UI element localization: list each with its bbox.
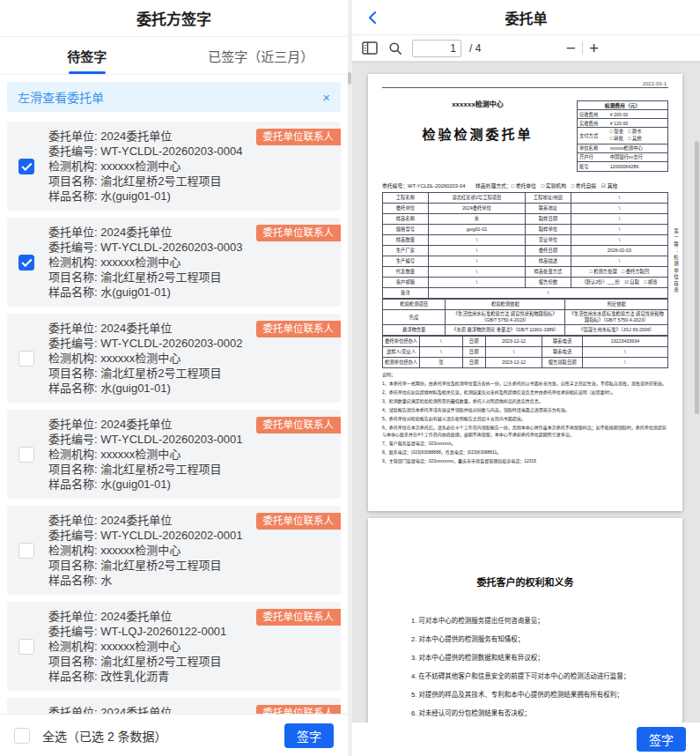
row-checkbox[interactable] <box>18 543 34 559</box>
pdf-page2-content: 委托客户的权利和义务 1. 可对本中心的检测服务提出任何咨询意见； 2. 对本中… <box>368 518 682 723</box>
card-line-org: 检测机构: xxxxxx检测中心 <box>48 351 330 366</box>
fee-box: 检测费用（元） 应收费用¥ 200.00 实收费用¥ 120.00 支付方式 □… <box>577 100 668 172</box>
field-label: 检测机构: <box>48 640 100 653</box>
search-icon[interactable] <box>387 40 404 57</box>
rights-body: 1. 可对本中心的检测服务提出任何咨询意见； 2. 对本中心提供的检测服务有知情… <box>398 611 652 723</box>
items-header-row: 检验检测项目检验检测依据判定依据 <box>383 300 668 310</box>
right-footer-bar: 签字 <box>352 723 700 756</box>
field-label: 项目名称: <box>48 559 100 572</box>
fee-pay-line: □ 现金 □ 刷卡 <box>610 129 642 134</box>
cell: 《混凝土用水标准》（JGJ 63-2006） <box>565 325 668 336</box>
field-label: 委托单位: <box>48 706 100 714</box>
order-list[interactable]: 委托单位联系人 委托单位: 2024委托单位 委托编号: WT-YCLDL-20… <box>0 112 348 714</box>
field-label: 检测机构: <box>48 159 100 173</box>
field-label: 样品名称: <box>48 574 100 587</box>
sidebar-toggle-icon[interactable] <box>361 40 379 57</box>
pdf-signature-table: 委托单位经办人\日期2023-12-12联系电话13223433934 送样人/… <box>382 336 668 368</box>
row-checkbox[interactable] <box>18 639 34 655</box>
sign-button[interactable]: 签字 <box>637 727 686 752</box>
sign-button[interactable]: 签字 <box>284 723 334 748</box>
cell: 2026-02-03 <box>571 246 667 256</box>
swipe-hint-text: 左滑查看委托单 <box>18 88 104 106</box>
rights-item: 2. 对本中心提供的检测服务有知情权； <box>398 630 652 649</box>
cell: \ <box>571 256 667 267</box>
rights-item: 3. 对本中心提供的检测数据和结果有异议权； <box>398 649 652 667</box>
field-label: 委托单位: <box>48 130 100 143</box>
cell: 渝北红星桥2号工程项目 <box>428 193 525 204</box>
pdf-viewer[interactable]: 2022-03-1 xxxxxx检测中心 检验检测委托单 检测费用（元） 应收费… <box>352 62 700 756</box>
pdf-page1-content: 2022-03-1 xxxxxx检测中心 检验检测委托单 检测费用（元） 应收费… <box>368 74 682 464</box>
cell: \ <box>428 246 525 256</box>
cell: 张 <box>420 358 463 368</box>
pdf-title: 委托单 <box>505 7 547 28</box>
cell: 见证单位 <box>525 235 571 246</box>
cell: guig01-01 <box>428 225 525 235</box>
cell: \ <box>428 278 525 288</box>
left-header: 委托方签字 <box>0 0 348 37</box>
fee-value: ¥ 200.00 <box>608 112 667 117</box>
fee-value: 中国银行xx支行 <box>608 153 667 160</box>
field-label: 委托编号: <box>48 433 100 446</box>
field-value: 水(guig01-01) <box>100 382 171 395</box>
order-card[interactable]: 委托单位联系人 委托单位: 2024委托单位 委托编号: WT-YCLDL-20… <box>7 122 341 211</box>
tab-signed[interactable]: 已签字（近三月） <box>174 37 349 74</box>
row-checkbox[interactable] <box>18 351 34 367</box>
row-checkbox[interactable] <box>18 447 34 463</box>
pdf-page-2: 委托客户的权利和义务 1. 可对本中心的检测服务提出任何咨询意见； 2. 对本中… <box>368 518 682 756</box>
cell: 样品数量 <box>383 235 429 246</box>
fee-value: ¥ 120.00 <box>608 121 667 126</box>
order-card[interactable]: 委托单位联系人 委托单位: 2024委托单位 委托编号: WT-YCLDL-20… <box>7 314 341 403</box>
tab-active-underline <box>69 71 106 74</box>
close-icon[interactable]: × <box>322 91 330 104</box>
fee-label: 账号 <box>578 163 608 170</box>
field-label: 项目名称: <box>48 463 100 476</box>
page-number-input[interactable] <box>412 40 461 57</box>
field-label: 项目名称: <box>48 367 100 380</box>
note-line: 2、委托单位应如实提供材料及相关信息，检测结果仅对来样及所提供信息负责并由委托单… <box>382 389 668 397</box>
field-value: 渝北红星桥2号工程项目 <box>100 174 221 188</box>
cell: \ <box>571 225 667 235</box>
cell: 悬浮物含量 <box>383 325 446 336</box>
field-label: 委托单位: <box>48 418 100 431</box>
sig-row: 委托单位经办人\日期2023-12-12联系电话13223433934 <box>383 337 668 347</box>
field-label: 委托编号: <box>48 241 100 254</box>
cell: 生产编号 <box>383 256 429 267</box>
field-value: WT-YCLDL-20260203-0004 <box>100 145 242 158</box>
sig-row: 检测单位经办人张日期2023-12-12报告领取日期\ <box>383 358 668 368</box>
card-line-sample: 样品名称: 水 <box>48 573 330 588</box>
left-scrollbar-thumb[interactable] <box>348 72 351 85</box>
select-all-checkbox[interactable] <box>14 728 30 744</box>
row-checkbox[interactable] <box>18 255 34 271</box>
cell: 2023-12-12 <box>485 358 542 368</box>
field-value: 2024委托单位 <box>100 322 172 335</box>
zoom-out-button[interactable]: − <box>566 40 576 56</box>
field-value: 水 <box>100 574 112 587</box>
rights-item: 1. 可对本中心的检测服务提出任何咨询意见； <box>398 611 652 630</box>
cell: 联系电话 <box>542 347 582 358</box>
field-value: 渝北红星桥2号工程项目 <box>100 463 221 476</box>
pdf-scrollbar-thumb[interactable] <box>695 141 699 414</box>
zoom-in-button[interactable]: + <box>589 40 599 56</box>
cell: \ <box>420 347 463 358</box>
order-card[interactable]: 委托单位联系人 委托单位: 2024委托单位 委托编号: WT-YCLDL-20… <box>7 410 341 499</box>
field-label: 委托编号: <box>48 145 100 158</box>
cell: 样品处置方式 <box>525 267 571 278</box>
field-value: 2024委托单位 <box>100 130 172 143</box>
swipe-hint-banner: 左滑查看委托单 × <box>7 82 341 112</box>
order-card[interactable]: 委托单位联系人 委托单位: 2024委托单位 委托编号: WT-YCLDL-20… <box>7 698 341 714</box>
order-card[interactable]: 委托单位联系人 委托单位: 2024委托单位 委托编号: WT-YCLDL-20… <box>7 506 341 595</box>
back-icon[interactable] <box>365 9 382 26</box>
order-card[interactable]: 委托单位联系人 委托单位: 2024委托单位 委托编号: WT-LQJ-2026… <box>7 602 341 691</box>
field-value: 水(guig01-01) <box>100 285 171 299</box>
tab-pending[interactable]: 待签字 <box>0 37 174 74</box>
contact-badge: 委托单位联系人 <box>256 513 342 530</box>
form-row: 客户邮箱\报告份数（默认2份）___份 ☑ 自取 □ 邮寄 <box>383 278 668 288</box>
field-label: 委托单位: <box>48 226 100 239</box>
note-line: 7、客户服务监督电话：023xxxxxxx。 <box>382 441 668 448</box>
cell: 2024委托单位 <box>428 204 525 214</box>
doc-date: 2022-03-1 <box>382 81 667 86</box>
order-card[interactable]: 委托单位联系人 委托单位: 2024委托单位 委托编号: WT-YCLDL-20… <box>7 218 341 307</box>
row-checkbox[interactable] <box>18 159 34 174</box>
cell: 取样日期 <box>525 214 571 225</box>
card-line-no: 委托编号: WT-YCLDL-20260203-0001 <box>48 432 330 447</box>
